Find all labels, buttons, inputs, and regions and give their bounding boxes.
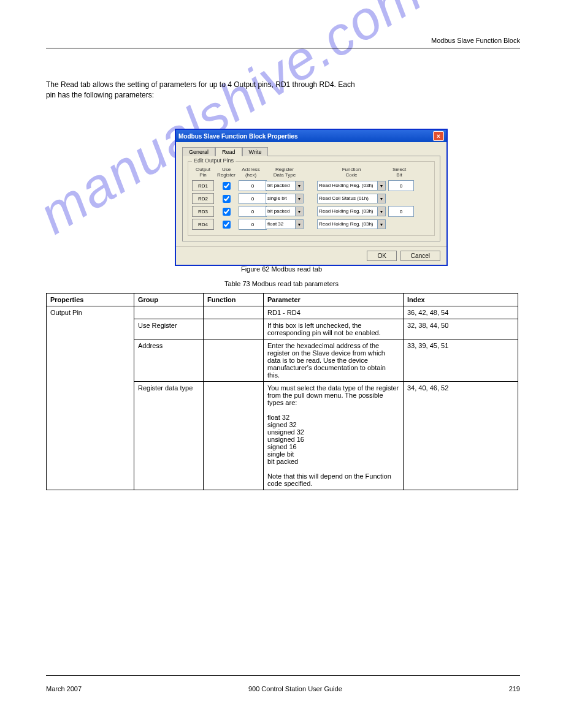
header-rule [46, 48, 520, 48]
address-input-3[interactable] [239, 219, 267, 230]
function-code-select-0[interactable]: Read Holding Reg. (03h)▼ [317, 181, 386, 191]
footer-doc: 900 Control Station User Guide [248, 685, 342, 692]
select-bit-input-0[interactable] [388, 180, 414, 191]
ok-button[interactable]: OK [367, 251, 396, 261]
th-function: Function [204, 294, 264, 306]
intro-text-1: The Read tab allows the setting of param… [46, 80, 355, 89]
data-type-select-3[interactable]: float 32▼ [266, 219, 304, 229]
chevron-down-icon: ▼ [295, 181, 303, 190]
cell-index-1: 32, 38, 44, 50 [404, 319, 518, 339]
cell-func-3 [204, 382, 264, 490]
cell-index-0: 36, 42, 48, 54 [404, 306, 518, 319]
tab-read[interactable]: Read [215, 147, 242, 156]
cell-param-3: You must select the data type of the reg… [264, 382, 404, 490]
chevron-down-icon: ▼ [295, 194, 303, 203]
parameters-table: Properties Group Function Parameter Inde… [46, 293, 518, 490]
function-code-select-2[interactable]: Read Holding Reg. (03h)▼ [317, 207, 386, 216]
cell-group-2: Address [134, 339, 204, 382]
hdr-data-type: RegisterData Type [266, 167, 304, 178]
select-bit-input-2[interactable] [388, 206, 414, 217]
pin-button-rd1[interactable]: RD1 [192, 180, 214, 191]
chevron-down-icon: ▼ [377, 181, 385, 190]
footer-page: 219 [509, 685, 520, 692]
close-icon[interactable]: × [433, 131, 444, 141]
use-register-checkbox-2[interactable] [223, 208, 231, 216]
cell-index-2: 33, 39, 45, 51 [404, 339, 518, 382]
hdr-use-register: UseRegister [216, 167, 236, 178]
tab-write[interactable]: Write [242, 147, 269, 156]
data-type-select-1[interactable]: single bit▼ [266, 194, 304, 203]
pin-button-rd2[interactable]: RD2 [192, 193, 214, 204]
cell-group-0 [134, 306, 204, 319]
use-register-checkbox-1[interactable] [223, 195, 231, 203]
data-type-select-2[interactable]: bit packed▼ [266, 207, 304, 216]
modbus-dialog: Modbus Slave Function Block Properties ×… [175, 129, 448, 266]
hdr-select-bit: SelectBit [388, 167, 410, 178]
use-register-checkbox-0[interactable] [223, 182, 231, 190]
data-type-select-0[interactable]: bit packed▼ [266, 181, 304, 191]
page-header-title: Modbus Slave Function Block [46, 37, 520, 44]
figure-caption: Figure 62 Modbus read tab [0, 265, 563, 273]
footer-date: March 2007 [46, 685, 82, 692]
chevron-down-icon: ▼ [295, 207, 303, 216]
cell-func-2 [204, 339, 264, 382]
address-input-0[interactable] [239, 180, 267, 191]
cell-func-1 [204, 319, 264, 339]
address-input-2[interactable] [239, 206, 267, 217]
cell-index-3: 34, 40, 46, 52 [404, 382, 518, 490]
intro-text-2: pin has the following parameters: [46, 91, 154, 99]
cell-func-0 [204, 306, 264, 319]
hdr-function-code: FunctionCode [317, 167, 386, 178]
dialog-titlebar: Modbus Slave Function Block Properties × [176, 130, 446, 142]
cell-group-1: Use Register [134, 319, 204, 339]
th-group: Group [134, 294, 204, 306]
chevron-down-icon: ▼ [377, 207, 385, 216]
function-code-select-3[interactable]: Read Holding Reg. (03h)▼ [317, 219, 386, 229]
cell-param-1: If this box is left unchecked, the corre… [264, 319, 404, 339]
chevron-down-icon: ▼ [377, 220, 385, 229]
footer-rule [46, 675, 520, 676]
cancel-button[interactable]: Cancel [400, 251, 440, 261]
use-register-checkbox-3[interactable] [223, 221, 231, 229]
cell-output-pin: Output Pin [47, 306, 134, 490]
th-properties: Properties [47, 294, 134, 306]
cell-param-0: RD1 - RD4 [264, 306, 404, 319]
dialog-title: Modbus Slave Function Block Properties [178, 133, 297, 140]
tab-general[interactable]: General [182, 147, 215, 156]
cell-group-3: Register data type [134, 382, 204, 490]
chevron-down-icon: ▼ [295, 220, 303, 229]
th-index: Index [404, 294, 518, 306]
address-input-1[interactable] [239, 193, 267, 204]
hdr-address: Address(hex) [239, 167, 263, 178]
chevron-down-icon: ▼ [377, 194, 385, 203]
function-code-select-1[interactable]: Read Coil Status (01h)▼ [317, 194, 386, 203]
th-parameter: Parameter [264, 294, 404, 306]
groupbox-label: Edit Output Pins [192, 157, 236, 164]
table-caption: Table 73 Modbus read tab parameters [0, 280, 563, 287]
pin-button-rd3[interactable]: RD3 [192, 206, 214, 217]
hdr-output-pin: OutputPin [192, 167, 214, 178]
cell-param-2: Enter the hexadecimal address of the reg… [264, 339, 404, 382]
pin-button-rd4[interactable]: RD4 [192, 219, 214, 230]
